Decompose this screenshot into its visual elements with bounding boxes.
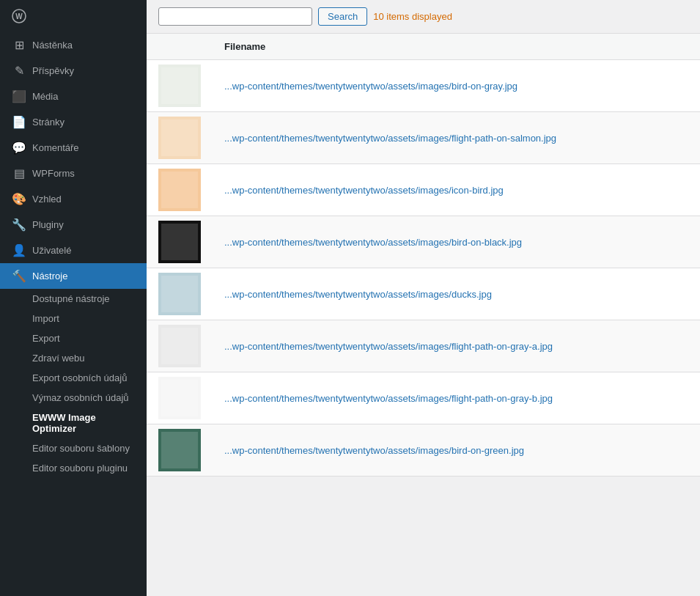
nastroje-submenu: Dostupné nástroje Import Export Zdraví w… [0,289,147,478]
file-path[interactable]: ...wp-content/themes/twentytwentytwo/ass… [213,372,700,424]
thumb-cell [147,372,213,424]
thumbnail [158,169,201,211]
col-thumb [147,34,213,60]
wp-logo: W [0,0,147,32]
table-row: ...wp-content/themes/twentytwentytwo/ass… [147,216,700,268]
file-table-container: Filename ...wp-content/themes/twentytwen… [147,34,700,477]
submenu-item-import[interactable]: Import [0,309,147,328]
thumbnail [158,221,201,263]
search-button[interactable]: Search [318,7,367,26]
thumbnail [158,117,201,159]
items-count: 10 items displayed [373,11,452,22]
thumbnail [158,273,201,315]
file-path[interactable]: ...wp-content/themes/twentytwentytwo/ass… [213,60,700,112]
submenu-item-export[interactable]: Export [0,328,147,348]
table-row: ...wp-content/themes/twentytwentytwo/ass… [147,320,700,372]
file-path[interactable]: ...wp-content/themes/twentytwentytwo/ass… [213,164,700,216]
sidebar-item-vzhled[interactable]: 🎨 Vzhled [0,186,147,212]
file-path[interactable]: ...wp-content/themes/twentytwentytwo/ass… [213,268,700,320]
tools-icon: 🔨 [12,269,26,283]
dashboard-icon: ⊞ [12,38,26,52]
submenu-item-vymaz[interactable]: Výmaz osobních údajů [0,388,147,408]
svg-text:W: W [15,12,23,21]
submenu-item-export-udaju[interactable]: Export osobních údajů [0,368,147,388]
toolbar: Search 10 items displayed [147,0,700,34]
thumb-cell [147,320,213,372]
submenu-item-editor-sablony[interactable]: Editor souboru šablony [0,438,147,458]
thumb-cell [147,164,213,216]
table-row: ...wp-content/themes/twentytwentytwo/ass… [147,164,700,216]
table-row: ...wp-content/themes/twentytwentytwo/ass… [147,372,700,424]
comments-icon: 💬 [12,141,26,155]
main-content: Search 10 items displayed Filename ...wp… [147,0,700,596]
thumbnail [158,377,201,419]
thumb-cell [147,112,213,164]
sidebar-item-nastенка[interactable]: ⊞ Nástěnka [0,32,147,58]
sidebar-item-nastroje[interactable]: 🔨 Nástroje [0,263,147,289]
posts-icon: ✎ [12,64,26,78]
thumbnail [158,429,201,471]
table-row: ...wp-content/themes/twentytwentytwo/ass… [147,268,700,320]
table-row: ...wp-content/themes/twentytwentytwo/ass… [147,424,700,477]
file-path[interactable]: ...wp-content/themes/twentytwentytwo/ass… [213,112,700,164]
col-filename: Filename [213,34,700,60]
pages-icon: 📄 [12,115,26,129]
sidebar-item-komentare[interactable]: 💬 Komentáře [0,135,147,161]
submenu-item-zdravi[interactable]: Zdraví webu [0,348,147,368]
appearance-icon: 🎨 [12,192,26,206]
media-icon: ⬛ [12,89,26,103]
table-row: ...wp-content/themes/twentytwentytwo/ass… [147,112,700,164]
thumbnail [158,325,201,367]
file-path[interactable]: ...wp-content/themes/twentytwentytwo/ass… [213,424,700,477]
thumbnail [158,65,201,107]
sidebar-item-wpforms[interactable]: ▤ WPForms [0,161,147,186]
users-icon: 👤 [12,243,26,257]
sidebar-item-prispevky[interactable]: ✎ Příspěvky [0,58,147,84]
wpforms-icon: ▤ [12,166,26,180]
file-table: Filename ...wp-content/themes/twentytwen… [147,34,700,477]
thumb-cell [147,216,213,268]
thumb-cell [147,60,213,112]
search-input[interactable] [158,7,312,26]
plugins-icon: 🔧 [12,218,26,232]
sidebar-item-stranky[interactable]: 📄 Stránky [0,109,147,135]
thumb-cell [147,424,213,477]
submenu-item-dostupne[interactable]: Dostupné nástroje [0,289,147,309]
sidebar: W ⊞ Nástěnka ✎ Příspěvky ⬛ Média 📄 Strán… [0,0,147,596]
file-path[interactable]: ...wp-content/themes/twentytwentytwo/ass… [213,216,700,268]
thumb-cell [147,268,213,320]
sidebar-item-media[interactable]: ⬛ Média [0,84,147,109]
sidebar-item-pluginy[interactable]: 🔧 Pluginy [0,212,147,238]
sidebar-item-uzivatele[interactable]: 👤 Uživatelé [0,238,147,263]
table-row: ...wp-content/themes/twentytwentytwo/ass… [147,60,700,112]
submenu-item-ewww[interactable]: EWWW Image Optimizer [0,408,147,438]
file-path[interactable]: ...wp-content/themes/twentytwentytwo/ass… [213,320,700,372]
submenu-item-editor-pluginu[interactable]: Editor souboru pluginu [0,458,147,478]
